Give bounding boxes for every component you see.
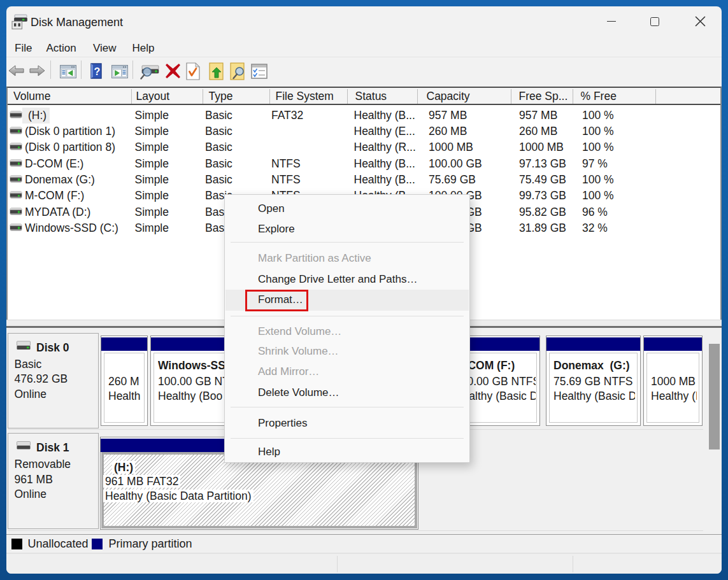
svg-text:?: ?	[94, 66, 101, 77]
